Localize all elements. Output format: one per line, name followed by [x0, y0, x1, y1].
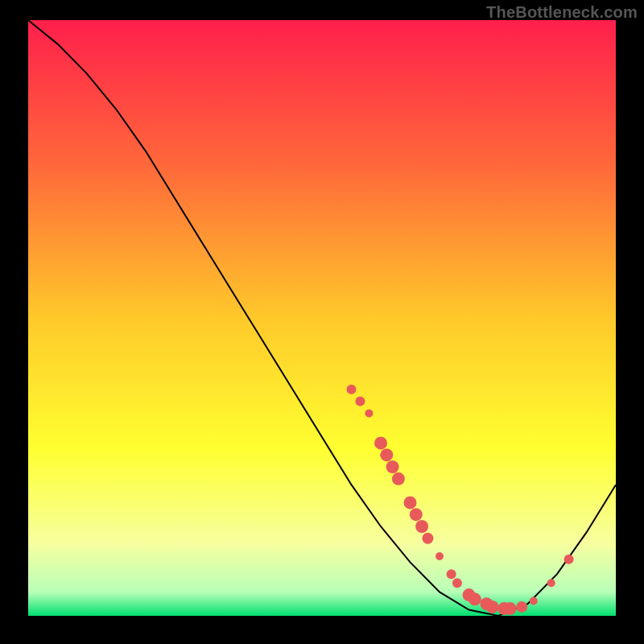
data-marker: [386, 460, 399, 473]
data-marker: [374, 436, 387, 449]
data-marker: [530, 597, 538, 605]
bottleneck-curve-chart: [0, 0, 644, 644]
data-marker: [547, 579, 555, 587]
data-marker: [380, 448, 393, 461]
data-marker: [447, 569, 456, 579]
data-marker: [355, 397, 365, 407]
data-marker: [469, 592, 481, 605]
data-marker: [347, 385, 357, 394]
data-marker: [415, 520, 428, 533]
data-marker: [392, 473, 405, 485]
data-marker: [404, 496, 417, 509]
data-marker: [516, 601, 527, 613]
data-marker: [504, 602, 517, 615]
data-marker: [365, 409, 373, 417]
data-marker: [452, 578, 462, 588]
data-marker: [410, 508, 423, 521]
chart-container: TheBottleneck.com: [0, 0, 644, 644]
data-marker: [486, 601, 499, 613]
watermark-text: TheBottleneck.com: [486, 3, 638, 22]
data-marker: [564, 555, 574, 564]
data-marker: [436, 552, 444, 560]
data-marker: [422, 533, 433, 544]
